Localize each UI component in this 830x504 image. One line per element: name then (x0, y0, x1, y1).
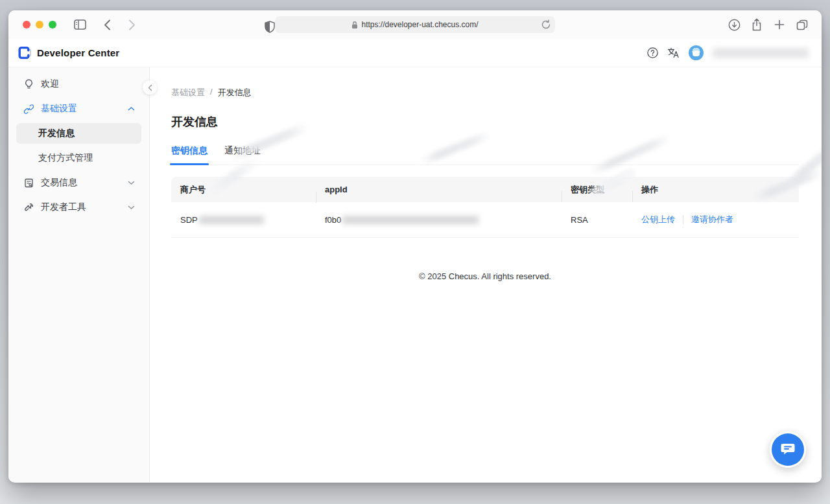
breadcrumb-separator: / (210, 87, 213, 98)
brand[interactable]: Developer Center (17, 45, 119, 60)
chat-button[interactable] (772, 433, 804, 466)
sidebar-item-transaction-info[interactable]: 交易信息 (16, 172, 141, 193)
app-title: Developer Center (37, 47, 119, 58)
sidebar-item-label: 开发信息 (38, 128, 75, 139)
user-name-redacted (713, 48, 809, 58)
action-divider (683, 215, 683, 224)
share-icon[interactable] (748, 16, 766, 34)
app-id-redacted (342, 216, 479, 224)
copyright-footer: © 2025 Checus. All rights reserved. (171, 271, 799, 281)
sidebar-item-dev-info[interactable]: 开发信息 (16, 123, 141, 144)
sidebar-item-developer-tools[interactable]: 开发者工具 (16, 197, 141, 218)
back-icon[interactable] (98, 16, 116, 34)
merchant-id-prefix: SDP (180, 215, 198, 225)
upload-public-key-link[interactable]: 公钥上传 (641, 214, 675, 225)
breadcrumb: 基础设置 / 开发信息 (171, 87, 799, 98)
main-content: 基础设置 / 开发信息 开发信息 密钥信息 通知地址 商户号 appId 密钥类… (150, 67, 822, 482)
chevron-down-icon (128, 180, 135, 185)
tool-icon (24, 203, 34, 212)
sidebar-item-welcome[interactable]: 欢迎 (16, 74, 141, 95)
link-icon (24, 104, 34, 114)
forward-icon[interactable] (123, 16, 141, 34)
sidebar-item-label: 欢迎 (41, 78, 59, 90)
chat-bubble-icon (780, 442, 796, 457)
checus-logo-icon (17, 45, 32, 60)
browser-toolbar: https://developer-uat.checus.com/ (8, 10, 822, 39)
invite-collaborator-link[interactable]: 邀请协作者 (691, 214, 733, 225)
page-title: 开发信息 (171, 114, 799, 130)
new-tab-icon[interactable] (770, 16, 788, 34)
col-actions: 操作 (632, 184, 799, 196)
sidebar-item-payment-methods[interactable]: 支付方式管理 (16, 148, 141, 168)
col-app-id: appId (316, 185, 562, 194)
lightbulb-icon (24, 79, 34, 89)
sidebar-collapse-button[interactable] (143, 80, 157, 95)
tab-bar: 密钥信息 通知地址 (171, 145, 799, 165)
app-header: Developer Center (8, 39, 822, 67)
tab-key-info[interactable]: 密钥信息 (171, 145, 208, 165)
col-key-type: 密钥类型 (562, 184, 632, 196)
sidebar-item-label: 基础设置 (41, 103, 77, 115)
tab-overview-icon[interactable] (793, 16, 811, 34)
breadcrumb-parent[interactable]: 基础设置 (171, 87, 205, 98)
lock-icon (351, 21, 358, 29)
traffic-lights (23, 21, 56, 29)
sidebar: 欢迎 基础设置 开发信息 支付方式管理 交易信息 (8, 67, 150, 482)
key-info-table: 商户号 appId 密钥类型 操作 SDP f0b0 RSA (171, 177, 799, 238)
sidebar-item-label: 支付方式管理 (38, 152, 93, 164)
chat-widget (770, 431, 806, 468)
merchant-id-redacted (199, 216, 264, 224)
table-header: 商户号 appId 密钥类型 操作 (171, 177, 799, 202)
translate-icon[interactable] (667, 47, 680, 58)
sidebar-item-basic-settings[interactable]: 基础设置 (16, 98, 141, 119)
help-icon[interactable] (647, 47, 658, 58)
close-window-button[interactable] (23, 21, 30, 29)
breadcrumb-current: 开发信息 (218, 87, 252, 98)
chevron-up-icon (128, 106, 135, 111)
tab-notify-address[interactable]: 通知地址 (224, 145, 261, 165)
downloads-icon[interactable] (725, 16, 743, 34)
minimize-window-button[interactable] (36, 21, 43, 29)
sidebar-toggle-icon[interactable] (71, 16, 89, 34)
sidebar-item-label: 开发者工具 (41, 201, 86, 213)
browser-window: https://developer-uat.checus.com/ (8, 10, 822, 483)
chevron-down-icon (128, 205, 135, 210)
col-merchant-id: 商户号 (171, 184, 316, 196)
reload-icon[interactable] (541, 19, 551, 32)
table-row: SDP f0b0 RSA 公钥上传 邀请协作者 (171, 202, 799, 238)
key-type-value: RSA (562, 215, 632, 225)
sidebar-item-label: 交易信息 (41, 177, 77, 189)
user-avatar[interactable] (689, 45, 704, 60)
address-bar[interactable]: https://developer-uat.checus.com/ (275, 16, 555, 33)
app-id-prefix: f0b0 (325, 215, 341, 225)
document-icon (24, 178, 34, 188)
url-text: https://developer-uat.checus.com/ (361, 20, 478, 29)
zoom-window-button[interactable] (49, 21, 56, 29)
